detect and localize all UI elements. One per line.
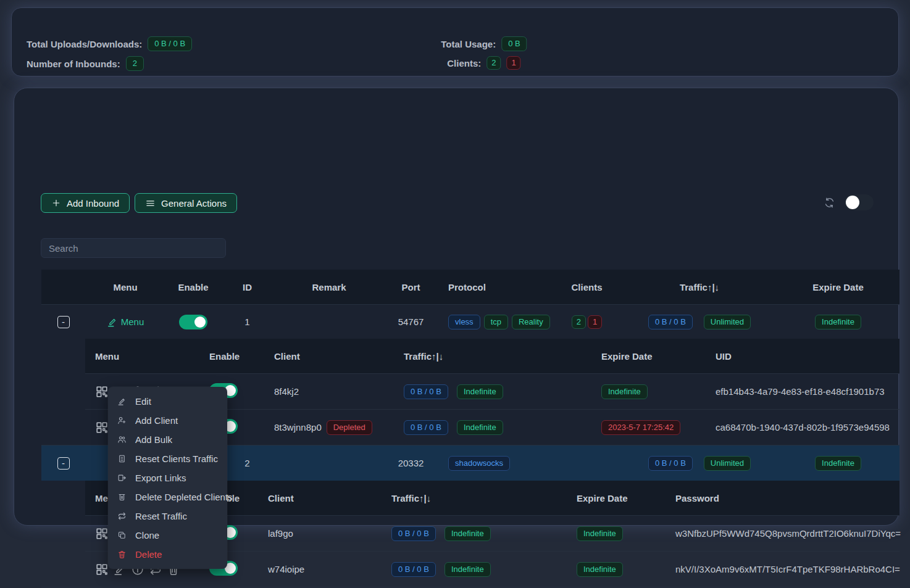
stat-label: Clients: <box>447 58 481 68</box>
clients-depleted-badge: 1 <box>588 315 602 329</box>
expire-badge: Indefinite <box>815 456 861 471</box>
export-links-icon <box>117 473 127 482</box>
search-input[interactable] <box>41 238 226 258</box>
column-header-port: Port <box>385 282 437 292</box>
stats-card: Total Uploads/Downloads: 0 B / 0 B Numbe… <box>11 7 899 77</box>
context-menu-item-add-bulk[interactable]: Add Bulk <box>108 430 227 449</box>
traffic-limit-badge: Indefinite <box>457 384 503 399</box>
password-cell: nkV/I/3XoAm9v6xMT/T5IcrF4TpeTKF98rHARbRo… <box>666 564 900 574</box>
protocol-badge: shadowsocks <box>448 456 510 471</box>
reset-traffic-icon <box>117 511 127 521</box>
stat-badge: 0 B / 0 B <box>148 36 192 51</box>
context-menu-item-edit[interactable]: Edit <box>108 392 227 411</box>
stat-total-usage: Total Usage: 0 B <box>441 36 527 51</box>
clients-active-badge: 2 <box>486 56 501 70</box>
column-header-id: ID <box>221 282 273 292</box>
column-header-expire: Expire Date <box>777 282 900 292</box>
traffic-limit-badge: Indefinite <box>445 562 491 577</box>
traffic-limit-badge: Unlimited <box>704 456 751 471</box>
inbound-menu-link[interactable]: Menu <box>107 317 144 328</box>
column-header-expire: Expire Date <box>567 493 666 503</box>
column-header-client: Client <box>258 493 382 503</box>
context-menu-item-clone[interactable]: Clone <box>108 526 227 545</box>
stat-label: Total Usage: <box>441 39 496 49</box>
traffic-badge: 0 B / 0 B <box>391 562 436 577</box>
theme-toggle[interactable] <box>845 194 874 210</box>
context-menu-item-reset-traffic[interactable]: Reset Traffic <box>108 507 227 526</box>
delete-icon <box>117 550 127 559</box>
column-header-clients: Clients <box>551 282 622 292</box>
clients-subtable-header: Menu Enable Client Traffic↑|↓ Expire Dat… <box>85 339 900 373</box>
column-header-uid: UID <box>706 351 900 362</box>
stat-badge: 0 B <box>501 36 527 51</box>
plus-icon <box>51 198 61 208</box>
port-cell: 20332 <box>385 458 437 468</box>
traffic-limit-badge: Unlimited <box>704 315 751 329</box>
qr-code-icon[interactable] <box>95 527 109 540</box>
client-name: 8t3wjnn8p0 <box>274 422 322 433</box>
port-cell: 54767 <box>385 317 437 327</box>
traffic-badge: 0 B / 0 B <box>391 526 436 541</box>
client-name: w74ioipe <box>258 564 382 574</box>
collapse-button[interactable]: - <box>57 457 70 470</box>
client-name: laf9go <box>258 528 382 539</box>
column-header-client: Client <box>264 351 394 362</box>
column-header-traffic-sort[interactable]: Traffic↑|↓ <box>622 282 777 292</box>
uid-cell: ca68470b-1940-437d-802b-1f9573e94598 <box>706 422 900 433</box>
column-header-enable: Enable <box>165 282 221 292</box>
toolbar-right <box>824 194 874 210</box>
protocol-badge: vless <box>448 315 480 329</box>
expire-badge: Indefinite <box>601 384 648 399</box>
add-inbound-button[interactable]: Add Inbound <box>41 193 130 213</box>
enable-toggle[interactable] <box>179 315 207 329</box>
expire-badge: 2023-5-7 17:25:42 <box>601 420 680 435</box>
inbound-row: - Menu 1 54767 vless tcp Reality 2 1 0 <box>41 304 900 339</box>
add-inbound-label: Add Inbound <box>67 198 119 209</box>
general-actions-button[interactable]: General Actions <box>135 193 237 213</box>
password-cell: w3NfbzUPf5WWd745Q8pvsmQrdrttT2IO6knuI7Di… <box>666 528 901 539</box>
clone-icon <box>117 531 127 540</box>
general-actions-label: General Actions <box>161 198 227 209</box>
qr-code-icon[interactable] <box>95 563 109 576</box>
context-menu-item-reset-clients-traffic[interactable]: Reset Clients Traffic <box>108 449 227 468</box>
column-header-remark: Remark <box>273 282 385 292</box>
id-cell: 1 <box>221 317 273 327</box>
traffic-badge: 0 B / 0 B <box>648 456 693 471</box>
uid-cell: efb14b43-4a79-4e83-ef18-e48cf1901b73 <box>706 386 900 397</box>
inbounds-table-header: Menu Enable ID Remark Port Protocol Clie… <box>41 270 900 304</box>
reset-clients-traffic-icon <box>117 454 127 463</box>
stat-badge: 2 <box>126 56 144 71</box>
expire-badge: Indefinite <box>577 526 623 541</box>
clients-depleted-badge: 1 <box>507 56 521 70</box>
stat-inbounds-count: Number of Inbounds: 2 <box>27 56 144 71</box>
add-bulk-icon <box>117 435 127 444</box>
column-header-enable: Enable <box>199 351 264 362</box>
context-menu-item-delete[interactable]: Delete <box>108 545 227 564</box>
context-menu: Edit Add Client Add Bulk Reset Clients T… <box>108 387 227 569</box>
edit-icon <box>117 397 127 406</box>
context-menu-item-add-client[interactable]: Add Client <box>108 411 227 430</box>
expire-badge: Indefinite <box>577 562 623 577</box>
collapse-button[interactable]: - <box>57 316 70 328</box>
qr-code-icon[interactable] <box>95 421 109 434</box>
protocol-badge: Reality <box>512 315 550 329</box>
context-menu-item-delete-depleted-clients[interactable]: Delete Depleted Clients <box>108 487 227 507</box>
traffic-limit-badge: Indefinite <box>445 526 491 541</box>
stat-uploads-downloads: Total Uploads/Downloads: 0 B / 0 B <box>27 36 192 51</box>
refresh-icon[interactable] <box>824 197 835 209</box>
expire-badge: Indefinite <box>815 315 861 329</box>
traffic-badge: 0 B / 0 B <box>648 315 693 329</box>
traffic-badge: 0 B / 0 B <box>404 420 448 435</box>
column-header-expire: Expire Date <box>591 351 706 362</box>
hamburger-icon <box>145 198 156 209</box>
delete-depleted-clients-icon <box>117 492 127 502</box>
column-header-menu: Menu <box>85 282 165 292</box>
stat-clients: Clients: 2 1 <box>447 56 520 70</box>
column-header-password: Password <box>666 493 900 503</box>
qr-code-icon[interactable] <box>95 385 109 399</box>
add-client-icon <box>117 416 127 425</box>
column-header-traffic-sort[interactable]: Traffic↑|↓ <box>382 493 567 503</box>
context-menu-item-export-links[interactable]: Export Links <box>108 468 227 487</box>
column-header-traffic-sort[interactable]: Traffic↑|↓ <box>394 351 591 362</box>
stat-label: Number of Inbounds: <box>27 59 120 69</box>
